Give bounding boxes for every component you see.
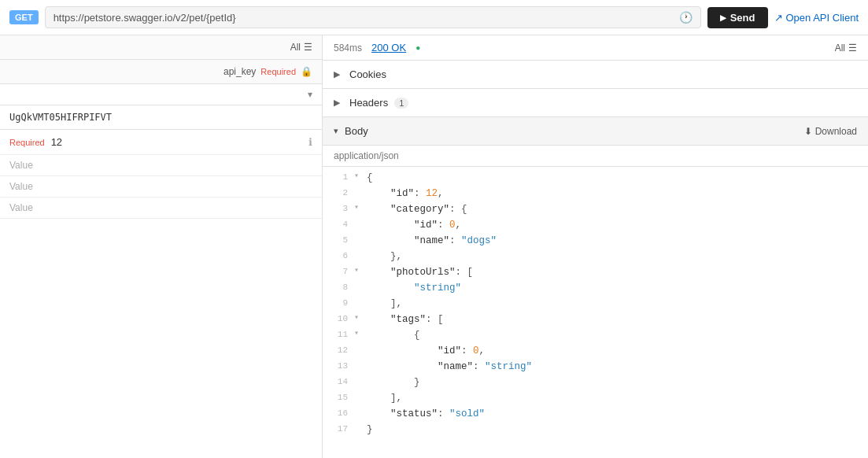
value-label-3: Value [9,202,49,213]
json-line: 9 ], [323,296,868,312]
filter-icon-right: ☰ [848,42,857,54]
json-line: 17 } [323,422,868,438]
json-toggle[interactable]: ▾ [354,264,365,277]
chevron-down-icon: ▾ [308,89,312,100]
value-label-2: Value [9,181,49,192]
filter-icon: ☰ [304,42,312,53]
json-line: 11▾ { [323,327,868,343]
chevron-down-icon-body: ▾ [334,126,338,136]
url-path: /pet/{petId} [187,12,236,24]
content-type: application/json [323,146,868,167]
headers-section: ▶ Headers 1 [323,89,868,117]
api-key-label: api_key [223,66,256,77]
chevron-right-icon-headers: ▶ [334,98,343,108]
info-icon[interactable]: ℹ [308,136,312,148]
param-row: Required 12 ℹ [0,130,322,155]
chevron-right-icon-cookies: ▶ [334,69,343,79]
json-line: 10▾ "tags": [ [323,312,868,327]
download-button[interactable]: ⬇ Download [804,126,857,137]
all-filter-left[interactable]: All ☰ [290,42,312,53]
param-required-label: Required [9,138,45,147]
open-api-client-link[interactable]: ↗ Open API Client [774,12,859,24]
url-bar: https://petstore.swagger.io/v2 /pet/{pet… [45,6,701,28]
top-bar: GET https://petstore.swagger.io/v2 /pet/… [0,0,868,35]
json-line: 3▾ "category": { [323,201,868,217]
json-line: 14 } [323,375,868,390]
right-panel: 584ms 200 OK ● All ☰ ▶ Cookies ▶ Headers… [323,35,868,458]
api-key-value: UgQkVMT05HIFRPIFVT [0,105,322,130]
clock-icon: 🕐 [679,11,693,24]
param-value: 12 [51,136,302,148]
dropdown-row[interactable]: ▾ [0,84,322,105]
json-line: 8 "string" [323,280,868,296]
value-label-1: Value [9,160,49,171]
json-line: 5 "name": "dogs" [323,233,868,249]
value-input-row-3: Value [0,198,322,219]
json-toggle[interactable]: ▾ [354,170,365,183]
json-line: 16 "status": "sold" [323,406,868,422]
json-line: 6 }, [323,249,868,264]
json-toggle[interactable]: ▾ [354,312,365,324]
external-link-icon: ↗ [774,12,783,24]
left-panel: All ☰ api_key Required 🔒 ▾ UgQkVMT05HIFR… [0,35,323,458]
json-line: 12 "id": 0, [323,343,868,359]
method-badge: GET [9,10,39,24]
api-key-row: api_key Required 🔒 [0,60,322,84]
lock-icon: 🔒 [301,66,312,77]
main-layout: All ☰ api_key Required 🔒 ▾ UgQkVMT05HIFR… [0,35,868,458]
value-input-row-1: Value [0,155,322,176]
json-line: 4 "id": 0, [323,217,868,233]
json-line: 13 "name": "string" [323,359,868,375]
right-header: 584ms 200 OK ● All ☰ [323,35,868,61]
required-badge: Required [260,67,296,76]
json-toggle[interactable]: ▾ [354,327,365,340]
json-line: 15 ], [323,390,868,406]
json-viewer: 1▾{2 "id": 12,3▾ "category": {4 "id": 0,… [323,167,868,458]
body-title: Body [345,125,368,137]
url-base: https://petstore.swagger.io/v2 [54,12,187,24]
status-ok[interactable]: 200 OK [371,42,406,54]
value-input-row-2: Value [0,176,322,198]
headers-title: Headers [349,97,388,109]
headers-count: 1 [394,98,408,109]
send-button[interactable]: Send [707,7,768,28]
status-dot: ● [416,43,420,52]
json-line: 1▾{ [323,170,868,186]
cookies-header[interactable]: ▶ Cookies [323,61,868,88]
json-line: 7▾ "photoUrls": [ [323,264,868,280]
cookies-title: Cookies [349,68,386,80]
json-toggle[interactable]: ▾ [354,201,365,214]
body-section: ▾ Body ⬇ Download application/json 1▾{2 … [323,117,868,458]
download-icon: ⬇ [804,126,812,137]
all-filter-right[interactable]: All ☰ [835,42,857,54]
cookies-section: ▶ Cookies [323,61,868,89]
response-time: 584ms [334,42,362,54]
left-header: All ☰ [0,35,322,60]
json-line: 2 "id": 12, [323,186,868,201]
body-header: ▾ Body ⬇ Download [323,117,868,146]
headers-header[interactable]: ▶ Headers 1 [323,89,868,116]
